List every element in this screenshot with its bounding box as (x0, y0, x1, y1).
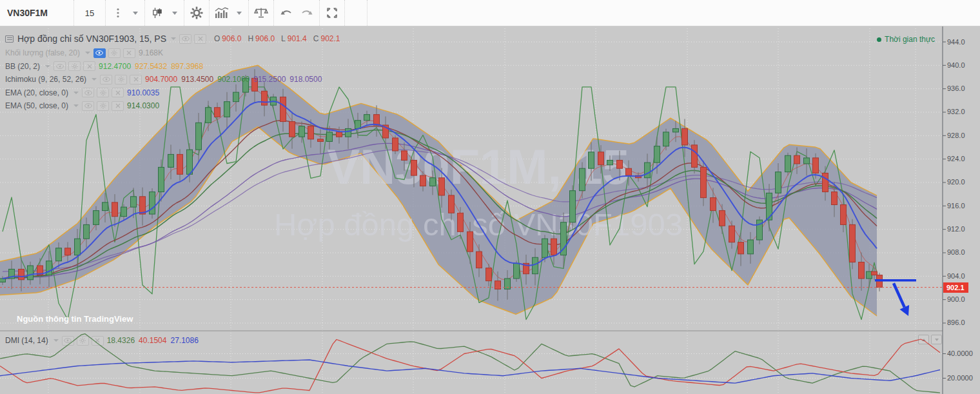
triangle-up-icon (922, 339, 926, 341)
symbol-title[interactable]: Hợp đồng chỉ số VN30F1903, 15, PS (17, 34, 166, 44)
legend-row-ema50: EMA (50, close, 0) 914.0300 (5, 99, 340, 113)
chevron-down-icon[interactable] (171, 37, 176, 40)
chevron-down-icon[interactable] (45, 65, 50, 68)
indicator-label: BB (20, 2) (5, 62, 40, 71)
chevron-down-icon[interactable] (74, 92, 79, 94)
indicator-label: EMA (20, close, 0) (5, 88, 68, 97)
interval-button[interactable]: 15 (74, 0, 106, 26)
price-axis-label: 916.0 (947, 202, 965, 210)
chart-type-button[interactable] (148, 2, 167, 24)
top-toolbar: VN30F1M 15 (0, 0, 980, 26)
indicator-settings-button[interactable] (77, 336, 89, 346)
indicator-value: 912.4700 (99, 62, 131, 71)
remove-indicator-button[interactable] (130, 75, 142, 84)
chevron-down-icon (133, 12, 138, 15)
indicator-value: 9.168K (139, 48, 163, 57)
indicator-value: 927.5432 (135, 62, 167, 71)
scales-icon (254, 7, 268, 19)
indicator-label: EMA (50, close, 0) (5, 101, 68, 110)
price-axis-label: 940.0 (947, 61, 965, 69)
symbol-label: VN30F1M (7, 8, 48, 18)
chevron-down-icon[interactable] (74, 104, 79, 107)
indicator-settings-button[interactable] (68, 61, 81, 71)
show-indicator-button[interactable] (93, 48, 106, 58)
price-axis-label: 932.0 (947, 108, 965, 115)
price-axis-label: 936.0 (947, 84, 965, 92)
chart-area: VN30F1M, 15Hợp đồng chỉ số VN30F1903 Hợp… (0, 26, 980, 394)
dmi-axis-label[interactable]: 40.0000 (947, 350, 973, 357)
indicator-label: Ichimoku (9, 26, 52, 26) (5, 75, 86, 84)
price-axis-label: 944.0 (947, 38, 965, 46)
ohlc-open-value: 906.0 (222, 34, 241, 43)
ohlc-low-label: L (281, 34, 286, 43)
indicator-settings-button[interactable] (97, 88, 109, 97)
remove-series-button[interactable] (194, 34, 206, 44)
dmi-axis-label[interactable]: 20.0000 (947, 374, 973, 382)
price-axis-label: 904.0 (947, 272, 965, 280)
trading-chart-app: VN30F1M 15 (0, 0, 980, 394)
blank-toolbar-button[interactable] (348, 2, 364, 24)
dmi-legend: DMI (14, 14) 18.4326 40.1504 27.1086 (5, 334, 201, 348)
dmi-pane-buttons (918, 335, 942, 344)
remove-indicator-button[interactable] (112, 88, 124, 97)
indicators-button[interactable] (212, 2, 231, 24)
symbol-input[interactable]: VN30F1M (0, 0, 74, 26)
indicator-settings-button[interactable] (97, 101, 109, 111)
compare-button[interactable] (251, 2, 271, 24)
legend-row-dmi: DMI (14, 14) 18.4326 40.1504 27.1086 (5, 334, 201, 348)
indicator-value: 910.0035 (127, 88, 159, 97)
hide-indicator-button[interactable] (100, 75, 112, 84)
indicator-value: 915.2500 (253, 75, 286, 84)
fullscreen-button[interactable] (322, 2, 342, 24)
chevron-down-icon[interactable] (54, 339, 59, 342)
price-axis-label: 928.0 (947, 132, 965, 139)
indicator-value: 918.0500 (289, 75, 322, 84)
pane-move-down-button[interactable] (931, 335, 942, 344)
indicator-settings-button[interactable] (108, 48, 121, 58)
legend-title-row: Hợp đồng chỉ số VN30F1903, 15, PS O906.0… (5, 31, 340, 46)
remove-indicator-button[interactable] (112, 101, 124, 111)
legend-row-ichimoku: Ichimoku (9, 26, 52, 26) 904.7000 913.45… (5, 73, 340, 86)
indicator-settings-button[interactable] (115, 75, 127, 84)
dmi-value: 40.1504 (139, 336, 166, 345)
remove-indicator-button[interactable] (123, 48, 135, 58)
chart-type-caret-button[interactable] (168, 2, 181, 24)
undo-button[interactable] (277, 2, 296, 24)
ohlc-close-label: C (313, 34, 319, 43)
chevron-down-icon[interactable] (92, 78, 97, 81)
settings-button[interactable] (187, 2, 206, 24)
chevron-down-icon (237, 12, 242, 15)
legend-row-ema20: EMA (20, close, 0) 910.0035 (5, 86, 340, 100)
ohlc-high-value: 906.0 (255, 34, 275, 43)
pane-move-up-button[interactable] (918, 335, 929, 344)
fullscreen-icon (326, 7, 338, 19)
hide-indicator-button[interactable] (82, 88, 94, 97)
styles-menu-caret-button[interactable] (129, 2, 142, 24)
redo-button[interactable] (297, 2, 317, 24)
attribution-text: Nguồn thông tin TradingView (17, 314, 133, 324)
indicator-label: Khối lượng (false, 20) (5, 48, 80, 57)
indicator-value: 913.4500 (181, 75, 213, 84)
price-axis-label: 912.0 (947, 225, 965, 233)
hide-indicator-button[interactable] (82, 101, 94, 111)
price-axis-label: 900.0 (947, 295, 965, 303)
realtime-status: Thời gian thực (877, 35, 935, 44)
price-axis-label: 896.0 (947, 319, 965, 326)
pane-collapse-icon[interactable] (5, 35, 14, 43)
main-legend: Hợp đồng chỉ số VN30F1903, 15, PS O906.0… (5, 31, 340, 113)
remove-indicator-button[interactable] (92, 336, 104, 346)
styles-menu-button[interactable] (108, 2, 128, 24)
hide-indicator-button[interactable] (54, 61, 66, 71)
hide-series-button[interactable] (179, 34, 191, 44)
indicator-value: 897.3968 (171, 62, 203, 71)
ohlc-open-label: O (214, 34, 220, 43)
gear-icon (190, 6, 203, 19)
kebab-icon (117, 8, 119, 18)
price-axis-line (943, 26, 946, 394)
hide-indicator-button[interactable] (62, 336, 74, 346)
indicators-caret-button[interactable] (233, 2, 246, 24)
chevron-down-icon[interactable] (85, 52, 90, 54)
remove-indicator-button[interactable] (83, 61, 95, 71)
ohlc-close-value: 902.1 (320, 34, 340, 43)
candlestick-icon (152, 7, 163, 19)
